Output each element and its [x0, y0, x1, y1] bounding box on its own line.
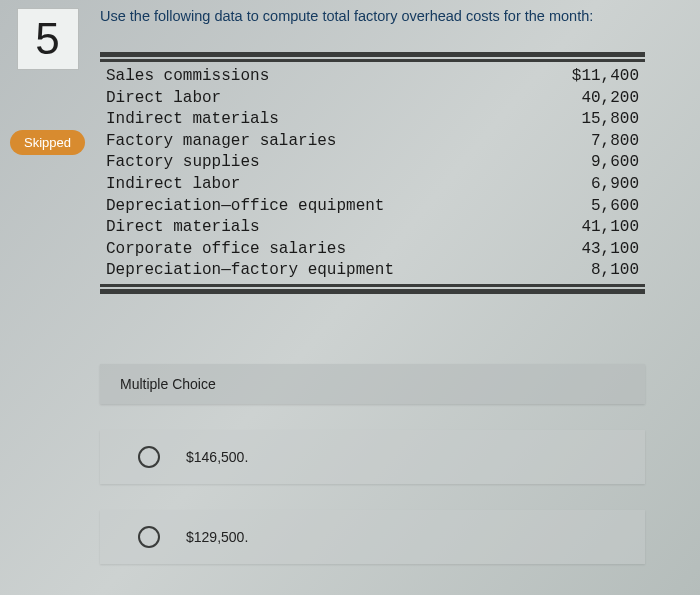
table-row: Direct labor40,200: [106, 88, 639, 110]
row-value: 15,800: [549, 109, 639, 131]
row-value: 8,100: [549, 260, 639, 282]
question-number-box: 5: [17, 8, 79, 70]
option-text: $146,500.: [186, 449, 248, 465]
row-label: Direct labor: [106, 88, 221, 110]
row-label: Factory supplies: [106, 152, 260, 174]
row-label: Depreciation—office equipment: [106, 196, 384, 218]
table-row: Factory manager salaries7,800: [106, 131, 639, 153]
row-value: 40,200: [549, 88, 639, 110]
row-value: 5,600: [549, 196, 639, 218]
multiple-choice-header: Multiple Choice: [100, 364, 645, 404]
row-label: Factory manager salaries: [106, 131, 336, 153]
table-row: Direct materials41,100: [106, 217, 639, 239]
row-label: Sales commissions: [106, 66, 269, 88]
row-label: Indirect labor: [106, 174, 240, 196]
table-row: Sales commissions$11,400: [106, 66, 639, 88]
radio-icon[interactable]: [138, 526, 160, 548]
skipped-label: Skipped: [24, 135, 71, 150]
table-row: Indirect materials15,800: [106, 109, 639, 131]
row-label: Direct materials: [106, 217, 260, 239]
table-row: Factory supplies9,600: [106, 152, 639, 174]
data-table: Sales commissions$11,400Direct labor40,2…: [100, 52, 645, 294]
mc-option[interactable]: $146,500.: [100, 430, 645, 484]
mc-option[interactable]: $129,500.: [100, 510, 645, 564]
table-row: Depreciation—office equipment5,600: [106, 196, 639, 218]
table-row: Corporate office salaries43,100: [106, 239, 639, 261]
row-value: 9,600: [549, 152, 639, 174]
mc-header-text: Multiple Choice: [120, 376, 216, 392]
row-value: 41,100: [549, 217, 639, 239]
skipped-badge: Skipped: [10, 130, 85, 155]
option-text: $129,500.: [186, 529, 248, 545]
row-label: Depreciation—factory equipment: [106, 260, 394, 282]
row-value: 6,900: [549, 174, 639, 196]
row-value: $11,400: [549, 66, 639, 88]
question-number: 5: [35, 14, 59, 64]
table-row: Depreciation—factory equipment8,100: [106, 260, 639, 282]
row-label: Indirect materials: [106, 109, 279, 131]
row-value: 43,100: [549, 239, 639, 261]
row-label: Corporate office salaries: [106, 239, 346, 261]
row-value: 7,800: [549, 131, 639, 153]
question-prompt: Use the following data to compute total …: [100, 8, 682, 24]
radio-icon[interactable]: [138, 446, 160, 468]
table-row: Indirect labor6,900: [106, 174, 639, 196]
